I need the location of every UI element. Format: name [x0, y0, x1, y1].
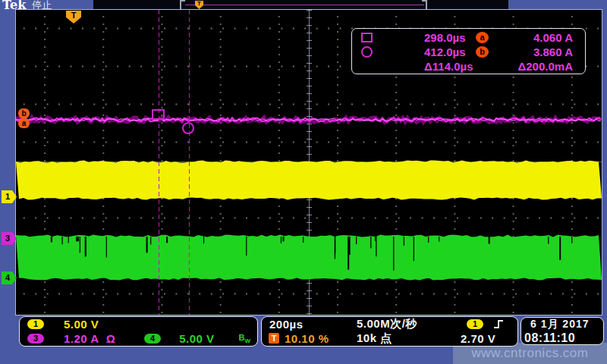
cursor-a-line[interactable]	[159, 10, 159, 315]
record-window-right-bracket[interactable]	[422, 0, 427, 11]
cursor-a-square-icon	[361, 33, 373, 42]
cursor-b-line[interactable]	[189, 10, 190, 315]
cursor-readout-box: 298.0µs a 4.060 A 412.0µs b 3.860 A Δ114…	[351, 28, 586, 74]
date-label: 6 1月 2017	[521, 318, 603, 331]
top-status-bar: Tek 停止 T	[0, 0, 607, 10]
cursor-b-circle-marker[interactable]	[182, 122, 194, 134]
channel4-scale: 5.00 V	[179, 332, 214, 345]
trigger-slope-rising-icon	[492, 318, 505, 330]
trigger-source-badge[interactable]: 1	[467, 319, 483, 329]
channel1-reference-marker[interactable]: 1	[2, 190, 17, 203]
sample-rate: 5.00M次/秒	[357, 317, 417, 331]
record-window-left-bracket[interactable]	[180, 0, 185, 11]
cursor-b-circle-icon	[361, 46, 373, 58]
trigger-position-badge: T	[269, 333, 279, 344]
channel1-badge[interactable]: 1	[27, 319, 44, 329]
record-waveform-preview	[185, 5, 424, 5]
trigger-level: 2.70 V	[461, 332, 495, 345]
cursor-b-amplitude: 3.860 A	[499, 46, 586, 58]
cursor-delta-time: Δ114.0µs	[387, 60, 473, 73]
channel4-reference-marker[interactable]: 4	[2, 271, 17, 284]
channel3-scale: 1.20 A	[64, 332, 99, 345]
channel3-reference-marker[interactable]: 3	[2, 232, 17, 245]
horizontal-scale: 200µs	[269, 318, 304, 331]
trigger-position-percent: 10.10 %	[285, 332, 329, 345]
channel3-badge[interactable]: 3	[27, 334, 44, 344]
cursor-b-badge: b	[476, 46, 489, 58]
record-length: 10k 点	[357, 331, 392, 346]
datetime-box: 6 1月 2017 08:11:10	[521, 317, 604, 345]
channel-readout-box[interactable]: 1 5.00 V 3 1.20 A Ω 4 5.00 V BW	[19, 316, 258, 347]
cursor-b-time: 412.0µs	[379, 46, 466, 58]
cursor-a-time: 298.0µs	[379, 31, 466, 44]
time-label: 08:11:10	[521, 331, 603, 345]
record-trigger-marker-icon[interactable]: T	[195, 1, 203, 9]
channel3-coupling: Ω	[106, 332, 116, 345]
channel1-scale: 5.00 V	[64, 318, 99, 331]
horizontal-trigger-readout-box[interactable]: 200µs 5.00M次/秒 1 T 10.10 % 10k 点 2.70 V	[261, 316, 518, 347]
cursor-a-square-marker[interactable]	[152, 109, 165, 120]
channel4-badge[interactable]: 4	[144, 334, 161, 344]
watermark-text: www.cntronics.com	[472, 346, 589, 361]
cursor-a-amplitude: 4.060 A	[499, 31, 586, 44]
cursor-b-track-badge[interactable]: b	[18, 108, 30, 118]
cursor-a-badge: a	[476, 32, 489, 43]
channel4-bandwidth-icon: BW	[239, 333, 251, 344]
cursor-a-track-badge[interactable]: a	[18, 118, 30, 128]
cursor-delta-amplitude: Δ200.0mA	[499, 60, 586, 73]
record-view-strip[interactable]: T	[93, 0, 508, 10]
